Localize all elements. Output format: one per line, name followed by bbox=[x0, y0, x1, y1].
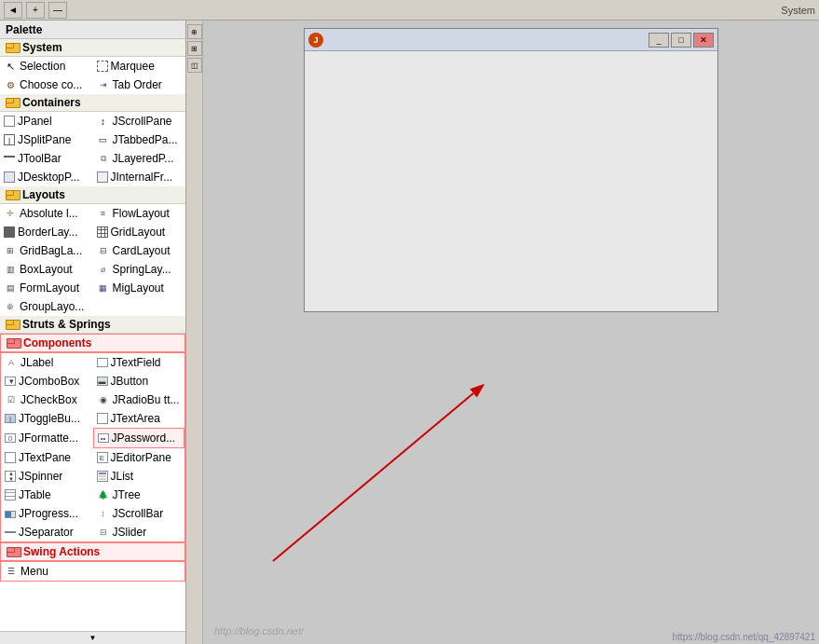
item-jscrollpane-label: JScrollPane bbox=[113, 115, 172, 128]
win-maximize-btn[interactable]: □ bbox=[671, 33, 691, 48]
item-jtogglebutton[interactable]: | JToggleBu... bbox=[1, 409, 93, 428]
scroll-down-arrow[interactable]: ▼ bbox=[0, 631, 185, 644]
springlayout-icon: ⌀ bbox=[97, 263, 110, 276]
item-jspinner[interactable]: ▲ ▼ JSpinner bbox=[1, 467, 93, 486]
toolbar-btn-add[interactable]: + bbox=[26, 2, 45, 19]
item-jtogglebutton-label: JToggleBu... bbox=[19, 412, 80, 425]
item-jpasswordfield[interactable]: •• JPassword... bbox=[93, 428, 185, 448]
item-jinternalframe[interactable]: JInternalFr... bbox=[93, 168, 186, 186]
jlist-icon bbox=[97, 471, 108, 482]
item-borderlayout[interactable]: BorderLay... bbox=[0, 223, 93, 241]
item-jlist-label: JList bbox=[111, 470, 134, 483]
absolute-icon: ✛ bbox=[4, 207, 17, 220]
item-jinternalframe-label: JInternalFr... bbox=[111, 171, 173, 184]
jtabbedpane-icon: ▭ bbox=[97, 133, 110, 146]
item-jtextarea[interactable]: JTextArea bbox=[93, 409, 185, 428]
item-gridlayout[interactable]: GridLayout bbox=[93, 223, 186, 241]
jpasswordfield-icon: •• bbox=[98, 433, 109, 443]
item-jscrollbar[interactable]: ↕ JScrollBar bbox=[93, 504, 185, 523]
item-jscrollpane[interactable]: ↕ JScrollPane bbox=[93, 112, 186, 130]
toolbar-btn-min[interactable]: — bbox=[48, 2, 67, 19]
palette-content[interactable]: System ↖ Selection Marquee ⚙ Choose co..… bbox=[0, 39, 185, 631]
sidebar-btn-1[interactable]: ⊕ bbox=[187, 24, 202, 39]
item-menu[interactable]: ☰ Menu bbox=[1, 562, 93, 581]
item-flowlayout[interactable]: ≡ FlowLayout bbox=[93, 204, 186, 223]
item-cardlayout[interactable]: ⊟ CardLayout bbox=[93, 241, 186, 260]
system-label: System bbox=[22, 41, 62, 54]
item-jtabbedpane-label: JTabbedPa... bbox=[113, 133, 178, 146]
item-gridbaglayout[interactable]: ⊞ GridBagLa... bbox=[0, 241, 93, 260]
cardlayout-icon: ⊟ bbox=[97, 244, 110, 257]
jformattedtextfield-icon: 0 bbox=[5, 433, 16, 443]
gridlayout-icon bbox=[97, 226, 108, 238]
item-jprogressbar[interactable]: JProgress... bbox=[1, 504, 93, 523]
item-grouplayout[interactable]: ⊕ GroupLayo... bbox=[0, 297, 185, 316]
canvas-area: J _ □ ✕ http://blog.csdn.net/ http bbox=[203, 21, 819, 644]
item-jtabbedpane[interactable]: ▭ JTabbedPa... bbox=[93, 130, 186, 149]
item-jlabel[interactable]: A JLabel bbox=[1, 353, 93, 372]
item-miglayout[interactable]: ▦ MigLayout bbox=[93, 279, 186, 297]
item-jtree[interactable]: 🌲 JTree bbox=[93, 486, 185, 504]
item-boxlayout[interactable]: ▥ BoxLayout bbox=[0, 260, 93, 279]
sidebar-btn-3[interactable]: ◫ bbox=[187, 58, 202, 73]
item-tab-order[interactable]: ⇥ Tab Order bbox=[93, 75, 186, 94]
item-jtextfield-label: JTextField bbox=[111, 356, 161, 369]
item-jformattedtextfield[interactable]: 0 JFormatte... bbox=[1, 428, 93, 448]
window-title-tab: System bbox=[781, 5, 815, 16]
item-absolute[interactable]: ✛ Absolute l... bbox=[0, 204, 93, 223]
item-jtoolbar-label: JToolBar bbox=[18, 152, 61, 165]
boxlayout-icon: ▥ bbox=[4, 263, 17, 276]
item-jlayeredpane-label: JLayeredP... bbox=[113, 152, 174, 165]
item-jlayeredpane[interactable]: ⧉ JLayeredP... bbox=[93, 149, 186, 168]
item-jtree-label: JTree bbox=[113, 488, 141, 501]
win-close-btn[interactable]: ✕ bbox=[693, 33, 714, 48]
item-jseparator[interactable]: JSeparator bbox=[1, 523, 93, 541]
item-marquee-label: Marquee bbox=[111, 60, 155, 73]
item-jeditorpane[interactable]: E JEditorPane bbox=[93, 448, 185, 467]
item-formlayout[interactable]: ▤ FormLayout bbox=[0, 279, 93, 297]
item-choose-co[interactable]: ⚙ Choose co... bbox=[0, 75, 93, 94]
item-jradiobutton[interactable]: ◉ JRadioBu tt... bbox=[93, 391, 185, 409]
swing-actions-folder-icon bbox=[7, 547, 20, 557]
item-jbutton[interactable]: ▬ JButton bbox=[93, 372, 185, 391]
item-grouplayout-label: GroupLayo... bbox=[20, 300, 84, 313]
window-content bbox=[305, 51, 717, 311]
java-icon: J bbox=[308, 33, 323, 48]
toolbar-btn-back[interactable]: ◄ bbox=[4, 2, 22, 19]
item-jlabel-label: JLabel bbox=[20, 356, 53, 369]
item-jspinner-label: JSpinner bbox=[19, 470, 62, 483]
main-area: Palette System ↖ Selection Marquee bbox=[0, 21, 819, 644]
item-marquee[interactable]: Marquee bbox=[93, 57, 186, 75]
system-items: ↖ Selection Marquee ⚙ Choose co... ⇥ Tab… bbox=[0, 57, 185, 94]
item-jpanel[interactable]: JPanel bbox=[0, 112, 93, 130]
flowlayout-icon: ≡ bbox=[97, 207, 110, 220]
system-folder-icon bbox=[6, 43, 19, 53]
canvas-window: J _ □ ✕ bbox=[304, 28, 718, 312]
item-gridbaglayout-label: GridBagLa... bbox=[20, 244, 82, 257]
item-jdesktoppane[interactable]: JDesktopP... bbox=[0, 168, 93, 186]
struts-folder-icon bbox=[6, 320, 19, 330]
jprogressbar-icon bbox=[5, 511, 16, 518]
jeditorpane-icon: E bbox=[97, 452, 108, 463]
item-springlayout[interactable]: ⌀ SpringLay... bbox=[93, 260, 186, 279]
jtree-icon: 🌲 bbox=[97, 488, 110, 501]
item-jsplitpane[interactable]: | JSplitPane bbox=[0, 130, 93, 149]
item-jtextfield[interactable]: JTextField bbox=[93, 353, 185, 372]
item-selection-label: Selection bbox=[20, 60, 65, 73]
jscrollpane-icon: ↕ bbox=[97, 115, 110, 128]
marquee-icon bbox=[97, 61, 108, 72]
item-jtoolbar[interactable]: JToolBar bbox=[0, 149, 93, 168]
item-jtable[interactable]: JTable bbox=[1, 486, 93, 504]
jlabel-icon: A bbox=[5, 356, 18, 369]
section-swing-actions: Swing Actions bbox=[0, 542, 185, 561]
win-minimize-btn[interactable]: _ bbox=[648, 33, 669, 48]
item-jlist[interactable]: JList bbox=[93, 467, 185, 486]
item-jcombobox[interactable]: ▾ JComboBox bbox=[1, 372, 93, 391]
item-jslider[interactable]: ⊟ JSlider bbox=[93, 523, 185, 541]
item-jcheckbox[interactable]: ☑ JCheckBox bbox=[1, 391, 93, 409]
grouplayout-icon: ⊕ bbox=[4, 300, 17, 313]
item-selection[interactable]: ↖ Selection bbox=[0, 57, 93, 75]
sidebar-btn-2[interactable]: ⊞ bbox=[187, 41, 202, 56]
section-layouts: Layouts bbox=[0, 186, 185, 204]
item-jtextpane[interactable]: JTextPane bbox=[1, 448, 93, 467]
